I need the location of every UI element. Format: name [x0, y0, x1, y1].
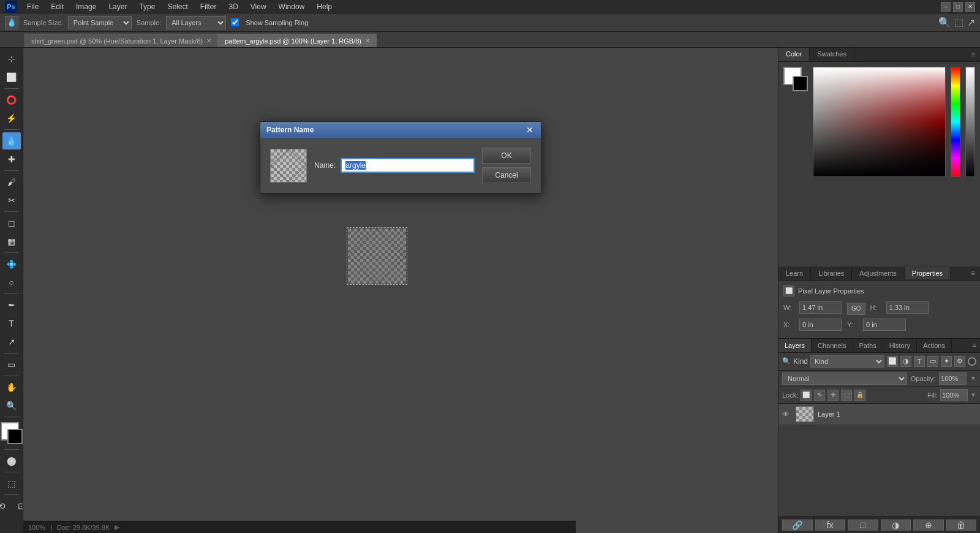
new-layer-btn[interactable]: ⊕ [913, 520, 944, 531]
delete-layer-btn[interactable]: 🗑 [946, 520, 977, 531]
layers-tab[interactable]: Layers [778, 339, 812, 352]
brush-tool[interactable]: 🖌 [2, 173, 21, 191]
lock-position-btn[interactable]: ✎ [814, 390, 825, 401]
menu-type[interactable]: Type [134, 1, 160, 12]
sample-select[interactable]: All Layers Current Layer [166, 16, 226, 29]
canvas-area[interactable]: 100% | Doc: 29.8K/39.8K ▶ Pattern Name ✕ [23, 48, 778, 533]
filter-type-btn[interactable]: T [914, 356, 925, 367]
tab-1-close[interactable]: ✕ [365, 37, 370, 44]
filter-toggle[interactable] [968, 357, 976, 366]
path-select[interactable]: ↗ [2, 333, 21, 350]
layers-panel-menu[interactable]: ≡ [969, 339, 980, 352]
lock-pixel-btn[interactable]: ⬜ [801, 390, 812, 401]
filter-adjust-btn[interactable]: ◑ [900, 356, 911, 367]
opacity-arrow[interactable]: ▼ [970, 375, 976, 382]
properties-tab[interactable]: Properties [905, 267, 951, 279]
lasso-tool[interactable]: ⭕ [2, 91, 21, 108]
gradient-tool[interactable]: ▦ [2, 233, 21, 250]
filter-effect-btn[interactable]: ⚙ [954, 356, 965, 367]
quick-select-tool[interactable]: ⚡ [2, 110, 21, 127]
pen-tool[interactable]: ✒ [2, 297, 21, 314]
fill-input[interactable] [940, 389, 968, 401]
actions-tab[interactable]: Actions [917, 339, 952, 352]
quick-mask-btn[interactable]: ⬤ [2, 452, 21, 469]
menu-image[interactable]: Image [71, 1, 101, 12]
lock-artboard-btn[interactable]: ⬚ [841, 390, 852, 401]
color-tab[interactable]: Color [778, 48, 810, 61]
filter-smart-btn[interactable]: ✦ [941, 356, 952, 367]
width-input[interactable] [799, 301, 842, 314]
opacity-input[interactable] [939, 372, 967, 385]
tool-preset-icon[interactable]: 💧 [5, 16, 18, 29]
shape-tool[interactable]: ▭ [2, 356, 21, 373]
cancel-button[interactable]: Cancel [482, 167, 531, 183]
blur-tool[interactable]: 💠 [2, 255, 21, 273]
hand-tool[interactable]: ✋ [2, 379, 21, 396]
screen-mode-icon[interactable]: ⬚ [954, 17, 963, 28]
menu-window[interactable]: Window [274, 1, 310, 12]
fill-arrow[interactable]: ▼ [970, 391, 976, 398]
share-icon[interactable]: ↗ [967, 17, 975, 28]
paths-tab[interactable]: Paths [853, 339, 883, 352]
fg-bg-colors-panel[interactable] [783, 67, 808, 91]
channels-tab[interactable]: Channels [812, 339, 853, 352]
dialog-close-btn[interactable]: ✕ [525, 125, 535, 135]
search-icon[interactable]: 🔍 [938, 17, 951, 28]
hand-rotate[interactable]: ⟲ [0, 497, 11, 515]
blend-mode-select[interactable]: Normal Multiply Screen [782, 372, 907, 385]
tab-0[interactable]: shirt_green.psd @ 50% (Hue/Saturation 1,… [24, 34, 218, 47]
background-color[interactable] [7, 429, 23, 444]
alpha-strip[interactable] [965, 67, 975, 177]
clone-tool[interactable]: ✂ [2, 192, 21, 209]
new-fill-layer-btn[interactable]: ◑ [881, 520, 911, 531]
y-input[interactable] [863, 319, 906, 331]
move-tool[interactable]: ⊹ [2, 50, 21, 67]
restore-btn[interactable]: □ [953, 2, 963, 12]
history-tab[interactable]: History [883, 339, 917, 352]
menu-layer[interactable]: Layer [104, 1, 132, 12]
menu-edit[interactable]: Edit [46, 1, 69, 12]
menu-view[interactable]: View [246, 1, 271, 12]
color-spectrum[interactable] [813, 67, 946, 177]
screen-mode-btn[interactable]: ⬚ [2, 475, 21, 492]
marquee-tool[interactable]: ⬜ [2, 69, 21, 86]
adjustments-tab[interactable]: Adjustments [852, 267, 905, 279]
menu-file[interactable]: File [22, 1, 43, 12]
lock-transform-btn[interactable]: ✛ [827, 390, 839, 401]
swatches-tab[interactable]: Swatches [810, 48, 854, 61]
close-btn[interactable]: ✕ [965, 2, 975, 12]
menu-help[interactable]: Help [312, 1, 337, 12]
minimize-btn[interactable]: – [941, 2, 951, 12]
fg-bg-colors[interactable] [1, 422, 23, 444]
layer-effects-btn[interactable]: fx [815, 520, 846, 531]
eraser-tool[interactable]: ◻ [2, 214, 21, 232]
height-input[interactable] [886, 301, 929, 314]
pattern-name-input[interactable] [341, 158, 475, 173]
tab-1[interactable]: pattern_argyle.psd @ 100% (Layer 1, RGB/… [218, 34, 377, 47]
extra-tool-2[interactable]: ⊡ [12, 497, 24, 515]
menu-3d[interactable]: 3D [224, 1, 243, 12]
link-layers-btn[interactable]: 🔗 [782, 520, 813, 531]
zoom-tool[interactable]: 🔍 [2, 397, 21, 414]
show-sampling-ring-checkbox[interactable] [231, 18, 239, 26]
menu-filter[interactable]: Filter [195, 1, 222, 12]
healing-tool[interactable]: ✚ [2, 151, 21, 168]
filter-shape-btn[interactable]: ▭ [927, 356, 938, 367]
learn-tab[interactable]: Learn [778, 267, 811, 279]
layer-item[interactable]: 👁 Layer 1 [778, 404, 980, 425]
dialog-title-bar[interactable]: Pattern Name ✕ [260, 122, 541, 138]
color-panel-menu[interactable]: ≡ [966, 48, 980, 61]
layer-eye-icon[interactable]: 👁 [782, 410, 792, 418]
hue-bar[interactable] [951, 67, 960, 177]
libraries-tab[interactable]: Libraries [811, 267, 852, 279]
dodge-tool[interactable]: ○ [2, 274, 21, 291]
menu-select[interactable]: Select [162, 1, 192, 12]
layer-mask-btn[interactable]: □ [848, 520, 878, 531]
sample-size-select[interactable]: Point Sample 3 by 3 Average 5 by 5 Avera… [68, 16, 132, 29]
properties-panel-menu[interactable]: ≡ [966, 266, 980, 280]
type-tool[interactable]: T [2, 315, 21, 332]
bg-color-swatch[interactable] [793, 76, 808, 91]
ok-button[interactable]: OK [482, 148, 531, 164]
go-button[interactable]: GO [847, 303, 865, 315]
lock-all-btn[interactable]: 🔒 [854, 390, 865, 401]
